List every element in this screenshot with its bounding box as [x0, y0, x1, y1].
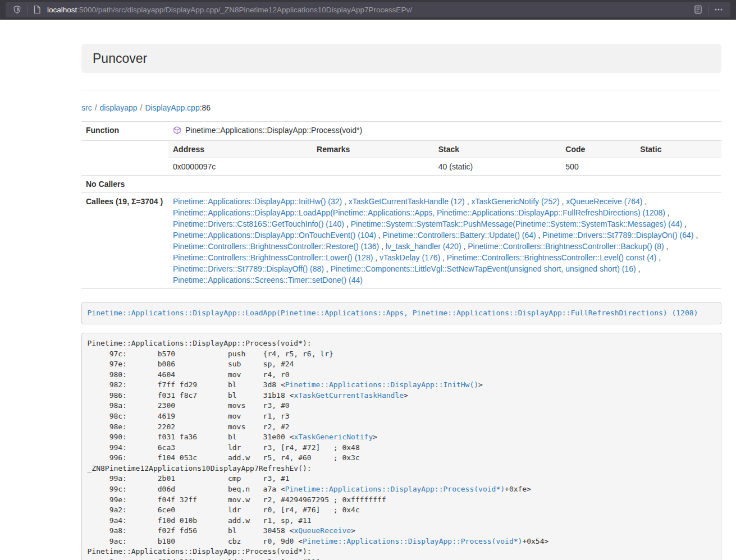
browser-toolbar: localhost:5000/path/src/displayapp/Displ… — [0, 0, 736, 20]
details-header-row: Address Remarks Stack Code Static — [168, 141, 721, 158]
function-table: Function Pinetime::Applications::Display… — [81, 121, 721, 289]
urlbar-divider — [27, 5, 28, 15]
callee-link[interactable]: Pinetime::Drivers::St7789::DisplayOff() … — [173, 264, 324, 273]
callee-link[interactable]: Pinetime::Drivers::St7789::DisplayOn() (… — [542, 231, 693, 240]
reader-mode-icon[interactable] — [691, 5, 705, 14]
callee-link[interactable]: Pinetime::Controllers::BrightnessControl… — [447, 253, 656, 262]
row-label-callees: Callees (19, Σ=3704 ) — [81, 193, 168, 289]
page-actions-menu-icon[interactable] — [711, 5, 726, 14]
page-title: Puncover — [93, 51, 147, 66]
row-label-function: Function — [81, 122, 168, 141]
url-text: localhost:5000/path/src/displayapp/Displ… — [47, 6, 691, 14]
callee-link[interactable]: xTaskGenericNotify (252) — [471, 197, 559, 206]
callee-link[interactable]: xQueueReceive (764) — [566, 197, 642, 206]
page-info-icon[interactable] — [30, 5, 44, 14]
url-host: localhost — [47, 6, 77, 14]
row-label-empty — [81, 141, 168, 176]
cell-stack: 40 (static) — [434, 158, 561, 176]
col-header-code: Code — [561, 141, 636, 158]
col-header-address: Address — [168, 141, 312, 158]
callee-link[interactable]: Pinetime::Controllers::BrightnessControl… — [173, 253, 373, 262]
callee-link[interactable]: Pinetime::Applications::DisplayApp::OnTo… — [173, 231, 376, 240]
cell-address: 0x0000097c — [168, 158, 312, 176]
col-header-static: Static — [636, 141, 721, 158]
page-container: Puncover src/displayapp/DisplayApp.cpp:8… — [81, 44, 721, 560]
function-details-table: Address Remarks Stack Code Static 0x0000… — [168, 141, 721, 175]
breadcrumb-link-file[interactable]: DisplayApp.cpp — [145, 103, 199, 112]
callee-link[interactable]: Pinetime::Applications::Screens::Timer::… — [173, 276, 363, 284]
function-details-cell: Address Remarks Stack Code Static 0x0000… — [168, 141, 721, 176]
function-cell: Pinetime::Applications::DisplayApp::Proc… — [168, 122, 721, 141]
row-label-no-callers: No Callers — [81, 176, 168, 193]
assembly-symbol-link[interactable]: xTaskGetCurrentTaskHandle — [294, 391, 404, 400]
breadcrumb-link-src[interactable]: src — [81, 103, 92, 112]
assembly-symbol-link[interactable]: Pinetime::Applications::DisplayApp::Proc… — [285, 485, 505, 493]
no-callers-cell — [168, 176, 721, 193]
urlbar-divider — [708, 5, 708, 15]
callee-link[interactable]: Pinetime::Components::LittleVgl::SetNewT… — [331, 264, 636, 273]
callee-link[interactable]: Pinetime::Controllers::BrightnessControl… — [468, 242, 664, 251]
function-row: Function Pinetime::Applications::Display… — [81, 122, 721, 141]
assembly-listing: Pinetime::Applications::DisplayApp::Proc… — [81, 333, 721, 560]
callee-link[interactable]: Pinetime::Controllers::BrightnessControl… — [173, 242, 379, 251]
function-name: Pinetime::Applications::DisplayApp::Proc… — [185, 126, 362, 135]
highlighted-symbol-box: Pinetime::Applications::DisplayApp::Load… — [81, 302, 721, 324]
assembly-symbol-link[interactable]: Pinetime::Applications::DisplayApp::Init… — [285, 380, 478, 389]
assembly-symbol-link[interactable]: xQueueReceive — [294, 526, 351, 535]
breadcrumb-link-displayapp[interactable]: displayapp — [100, 103, 138, 112]
col-header-remarks: Remarks — [312, 141, 434, 158]
table-row: 0x0000097c 40 (static) 500 — [168, 158, 721, 176]
breadcrumb-separator: / — [95, 103, 97, 112]
url-path: :5000/path/src/displayapp/DisplayApp.cpp… — [77, 6, 412, 14]
function-details-row: Address Remarks Stack Code Static 0x0000… — [81, 141, 721, 176]
callee-link[interactable]: lv_task_handler (420) — [386, 242, 461, 251]
highlighted-symbol-link[interactable]: Pinetime::Applications::DisplayApp::Load… — [88, 309, 698, 317]
callee-link[interactable]: Pinetime::Controllers::Battery::Update()… — [383, 231, 536, 240]
callee-link[interactable]: Pinetime::System::SystemTask::PushMessag… — [351, 219, 683, 228]
callee-link[interactable]: vTaskDelay (176) — [380, 253, 440, 262]
breadcrumb-line-number: :86 — [200, 103, 211, 112]
cell-static — [636, 158, 721, 176]
breadcrumb: src/displayapp/DisplayApp.cpp:86 — [81, 102, 721, 113]
breadcrumb-separator: / — [140, 103, 143, 112]
cube-symbol-icon — [173, 126, 181, 137]
cell-code: 500 — [561, 158, 636, 176]
callee-link[interactable]: Pinetime::Drivers::Cst816S::GetTouchInfo… — [173, 219, 344, 228]
no-callers-row: No Callers — [81, 176, 721, 193]
callees-list: Pinetime::Applications::DisplayApp::Init… — [168, 193, 721, 289]
callees-row: Callees (19, Σ=3704 ) Pinetime::Applicat… — [81, 193, 721, 289]
assembly-symbol-link[interactable]: Pinetime::Applications::DisplayApp::Proc… — [303, 537, 522, 545]
col-header-stack: Stack — [434, 141, 561, 158]
url-bar[interactable]: localhost:5000/path/src/displayapp/Displ… — [6, 2, 730, 17]
assembly-symbol-link[interactable]: xTaskGenericNotify — [294, 433, 373, 441]
tracking-protection-shield-icon[interactable] — [10, 5, 24, 14]
cell-remarks — [312, 158, 434, 176]
callee-link[interactable]: Pinetime::Applications::DisplayApp::Init… — [173, 197, 342, 206]
callee-link[interactable]: xTaskGetCurrentTaskHandle (12) — [349, 197, 465, 206]
app-header: Puncover — [81, 44, 721, 73]
callee-link[interactable]: Pinetime::Applications::DisplayApp::Load… — [173, 208, 665, 217]
header-divider — [81, 90, 721, 90]
